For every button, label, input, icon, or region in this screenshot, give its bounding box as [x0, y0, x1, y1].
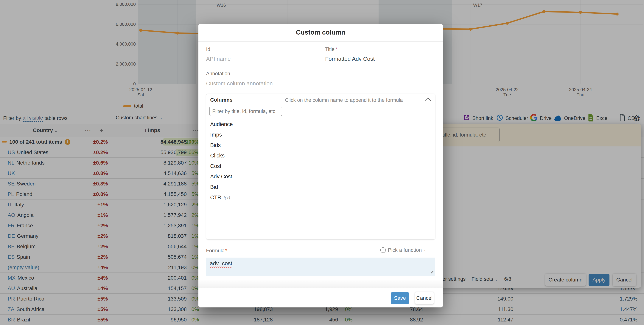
column-list-item[interactable]: Bids [206, 140, 435, 150]
columns-filter-input[interactable] [209, 107, 282, 116]
column-list-item[interactable]: CTRf(x) [206, 192, 435, 203]
column-item-name: Adv Cost [210, 174, 232, 179]
annotation-input[interactable] [206, 78, 318, 89]
columns-list: AudienceImpsBidsClicksCostAdv CostBidCTR… [206, 119, 435, 203]
column-list-item[interactable]: Adv Cost [206, 171, 435, 182]
save-button[interactable]: Save [391, 292, 409, 304]
formula-label: Formula* [206, 248, 227, 254]
column-item-name: Bid [210, 184, 218, 190]
columns-heading: Columns [210, 97, 232, 103]
column-list-item[interactable]: Cost [206, 161, 435, 171]
page: 8,000,0006,000,0004,000,0002,000,0000W16… [0, 0, 644, 325]
formula-label-text: Formula [206, 248, 224, 253]
footer-fade [198, 279, 443, 288]
columns-hint: Click on the column name to append it to… [285, 97, 403, 103]
pick-a-function-dropdown[interactable]: i Pick a function ⌄ [380, 247, 427, 253]
formula-input[interactable]: adv_cost [206, 257, 435, 276]
column-list-item[interactable]: Imps [206, 129, 435, 140]
column-item-name: Audience [210, 121, 233, 127]
info-icon: i [380, 247, 386, 253]
required-asterisk: * [225, 248, 227, 253]
column-item-name: CTR [210, 194, 222, 200]
modal-cancel-button[interactable]: Cancel [415, 292, 434, 304]
fx-badge: f(x) [224, 195, 230, 200]
title-input[interactable] [325, 54, 436, 64]
column-item-name: Cost [210, 163, 222, 169]
columns-card: Columns Click on the column name to appe… [206, 94, 435, 240]
title-label-text: Title [325, 47, 334, 52]
pick-a-function-label: Pick a function [388, 247, 422, 253]
chevron-down-icon: ⌄ [424, 248, 427, 252]
id-label: Id [206, 47, 210, 52]
annotation-label: Annotation [206, 71, 230, 77]
column-list-item[interactable]: Audience [206, 119, 435, 129]
collapse-chevron-up-icon[interactable] [425, 98, 431, 104]
resize-handle[interactable] [431, 271, 434, 274]
column-list-item[interactable]: Clicks [206, 150, 435, 161]
column-item-name: Clicks [210, 153, 224, 159]
id-input[interactable] [206, 54, 318, 64]
title-label: Title* [325, 47, 337, 52]
column-list-item[interactable]: Bid [206, 182, 435, 192]
formula-value: adv_cost [210, 260, 232, 266]
modal-title: Custom column [198, 29, 443, 36]
column-item-name: Imps [210, 132, 222, 138]
custom-column-modal: Custom column Id Title* Annotation Colum… [198, 24, 443, 307]
required-asterisk: * [335, 47, 337, 52]
column-item-name: Bids [210, 142, 221, 148]
